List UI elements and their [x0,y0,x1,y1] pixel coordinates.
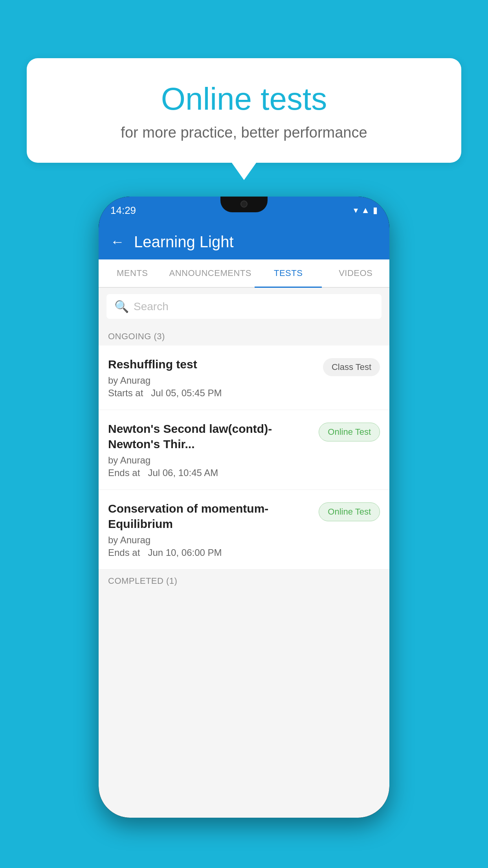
test-time-1: Starts at Jul 05, 05:45 PM [108,388,318,399]
search-input[interactable]: Search [134,300,169,313]
status-icons: ▾ ▲ ▮ [354,205,378,215]
test-list: Reshuffling test by Anurag Starts at Jul… [99,346,389,570]
test-item-1[interactable]: Reshuffling test by Anurag Starts at Jul… [99,346,389,410]
app-bar: ← Learning Light [99,224,389,259]
test-by-3: by Anurag [108,535,314,546]
signal-icon: ▲ [361,205,370,215]
wifi-icon: ▾ [354,205,358,215]
search-icon: 🔍 [114,300,129,313]
camera-icon [240,200,248,208]
test-title-2: Newton's Second law(contd)-Newton's Thir… [108,421,314,452]
test-by-2: by Anurag [108,455,314,466]
completed-section-label: COMPLETED (1) [99,570,389,590]
app-bar-title: Learning Light [134,233,234,251]
test-time-3: Ends at Jun 10, 06:00 PM [108,547,314,558]
tab-announcements[interactable]: ANNOUNCEMENTS [166,259,255,287]
tab-ments[interactable]: MENTS [99,259,166,287]
test-info-3: Conservation of momentum-Equilibrium by … [108,501,314,558]
test-badge-3: Online Test [319,502,380,521]
screen-content: 🔍 Search ONGOING (3) Reshuffling test by… [99,288,389,818]
bubble-title: Online tests [46,82,442,116]
test-item-3[interactable]: Conservation of momentum-Equilibrium by … [99,490,389,570]
ongoing-section-label: ONGOING (3) [99,325,389,346]
test-badge-2: Online Test [319,423,380,441]
test-title-3: Conservation of momentum-Equilibrium [108,501,314,531]
speech-bubble: Online tests for more practice, better p… [27,58,461,163]
test-info-2: Newton's Second law(contd)-Newton's Thir… [108,421,314,478]
test-badge-1: Class Test [323,358,380,376]
test-item-2[interactable]: Newton's Second law(contd)-Newton's Thir… [99,410,389,490]
battery-icon: ▮ [373,205,378,215]
tab-videos[interactable]: VIDEOS [322,259,389,287]
phone-frame: 14:29 ▾ ▲ ▮ ← Learning Light MENTS ANNOU… [99,197,389,818]
search-bar[interactable]: 🔍 Search [106,294,382,319]
tabs-bar: MENTS ANNOUNCEMENTS TESTS VIDEOS [99,259,389,288]
back-button[interactable]: ← [110,234,125,250]
test-time-2: Ends at Jul 06, 10:45 AM [108,467,314,478]
test-by-1: by Anurag [108,375,318,386]
status-bar: 14:29 ▾ ▲ ▮ [99,197,389,224]
tab-tests[interactable]: TESTS [255,259,322,287]
test-title-1: Reshuffling test [108,357,318,372]
test-info-1: Reshuffling test by Anurag Starts at Jul… [108,357,318,399]
notch [220,197,268,212]
bubble-subtitle: for more practice, better performance [46,124,442,141]
status-time: 14:29 [110,204,136,217]
